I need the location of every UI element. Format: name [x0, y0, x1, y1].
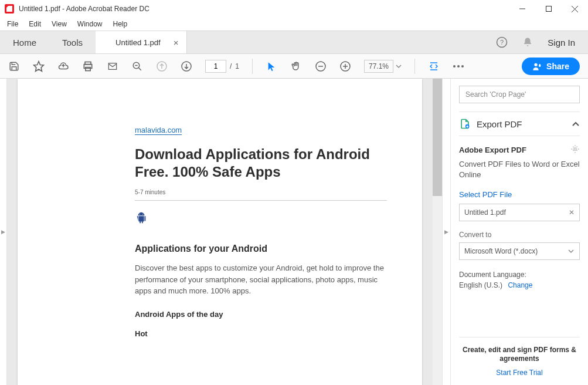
selected-file-field[interactable]: Untitled 1.pdf ✕	[459, 204, 580, 221]
scrollbar-thumb[interactable]	[433, 79, 442, 196]
hand-icon[interactable]	[290, 60, 302, 72]
doc-rule	[135, 200, 387, 201]
tab-close-button[interactable]: ×	[174, 38, 179, 48]
star-icon[interactable]	[33, 60, 45, 72]
tab-tools[interactable]: Tools	[49, 31, 96, 53]
tab-home[interactable]: Home	[0, 31, 49, 53]
zoom-out-icon[interactable]	[315, 60, 327, 72]
doc-heading-1: Download Applications for Android Free. …	[135, 146, 387, 181]
svg-point-24	[534, 63, 537, 66]
chevron-down-icon	[567, 248, 575, 255]
svg-point-29	[142, 214, 143, 214]
maximize-button[interactable]	[535, 0, 562, 18]
svg-point-22	[457, 65, 460, 67]
svg-point-28	[140, 214, 140, 214]
toolbar-separator	[414, 59, 415, 74]
svg-rect-1	[546, 6, 551, 12]
more-icon[interactable]	[453, 60, 464, 72]
tab-document[interactable]: Untitled 1.pdf ×	[96, 31, 187, 53]
toolbar-separator	[252, 59, 253, 74]
page-separator: /	[230, 62, 232, 70]
email-icon[interactable]	[107, 60, 118, 72]
export-pdf-header[interactable]: Export PDF	[459, 112, 580, 136]
search-placeholder: Search 'Crop Page'	[465, 90, 526, 99]
select-file-link[interactable]: Select PDF File	[459, 190, 580, 199]
document-viewport[interactable]: malavida.com Download Applications for A…	[7, 79, 442, 385]
window-title: Untitled 1.pdf - Adobe Acrobat Reader DC	[19, 5, 509, 13]
clear-file-icon[interactable]: ✕	[569, 208, 575, 217]
panel-subtitle: Convert PDF Files to Word or Excel Onlin…	[459, 159, 580, 180]
android-icon	[135, 211, 148, 224]
doc-heading-4: Hot	[135, 329, 387, 338]
page-current-input[interactable]	[205, 60, 226, 73]
promo-link[interactable]: Start Free Trial	[459, 369, 580, 377]
doc-source-link: malavida.com	[135, 126, 182, 135]
svg-text:?: ?	[500, 39, 504, 46]
selected-file-name: Untitled 1.pdf	[464, 208, 506, 217]
svg-line-12	[138, 67, 141, 70]
menu-window[interactable]: Window	[77, 20, 103, 28]
page-up-icon[interactable]	[156, 60, 168, 72]
doc-heading-3: Android Apps of the day	[135, 310, 387, 319]
svg-point-31	[574, 148, 576, 150]
minimize-button[interactable]	[509, 0, 535, 18]
export-pdf-icon	[459, 118, 471, 130]
svg-point-21	[453, 65, 456, 67]
scrollbar[interactable]	[433, 79, 442, 385]
page-down-icon[interactable]	[181, 60, 192, 72]
search-icon[interactable]	[131, 60, 143, 72]
change-language-link[interactable]: Change	[508, 281, 532, 289]
menu-edit[interactable]: Edit	[29, 20, 41, 28]
pdf-page: malavida.com Download Applications for A…	[18, 79, 422, 385]
fit-width-icon[interactable]	[428, 60, 440, 72]
menu-help[interactable]: Help	[113, 20, 128, 28]
sign-in-link[interactable]: Sign In	[548, 38, 575, 48]
doc-language-value: English (U.S.)	[459, 281, 502, 289]
side-panel: Search 'Crop Page' Export PDF Adobe Expo…	[450, 79, 588, 385]
zoom-in-icon[interactable]	[339, 60, 351, 72]
share-label: Share	[546, 62, 569, 71]
left-panel-handle[interactable]: ▶	[0, 79, 7, 385]
page-total: 1	[235, 62, 239, 70]
doc-language-label: Document Language:	[459, 271, 580, 279]
panel-title: Adobe Export PDF	[459, 146, 526, 154]
svg-marker-6	[34, 61, 44, 71]
menu-view[interactable]: View	[52, 20, 67, 28]
tab-label: Untitled 1.pdf	[115, 38, 161, 47]
zoom-value: 77.1%	[369, 62, 389, 70]
cloud-icon[interactable]	[57, 60, 69, 72]
app-icon	[5, 4, 14, 13]
export-pdf-label: Export PDF	[477, 119, 522, 129]
share-button[interactable]: Share	[522, 58, 580, 75]
doc-heading-2: Applications for your Android	[135, 244, 387, 254]
pointer-icon[interactable]	[266, 60, 277, 72]
side-search-input[interactable]: Search 'Crop Page'	[459, 86, 580, 103]
svg-point-23	[461, 65, 464, 67]
bell-icon[interactable]	[522, 36, 533, 48]
doc-paragraph: Discover the best apps to customize your…	[135, 262, 387, 297]
doc-read-time: 5-7 minutes	[135, 189, 387, 195]
help-icon[interactable]: ?	[496, 36, 508, 48]
close-button[interactable]	[562, 0, 588, 18]
zoom-dropdown[interactable]: 77.1%	[364, 60, 402, 73]
convert-to-label: Convert to	[459, 231, 580, 239]
chevron-up-icon	[572, 120, 580, 128]
gear-icon[interactable]	[570, 144, 580, 156]
print-icon[interactable]	[82, 60, 94, 72]
promo-heading: Create, edit and sign PDF forms & agreem…	[459, 346, 580, 364]
convert-to-select[interactable]: Microsoft Word (*.docx)	[459, 242, 580, 260]
save-icon[interactable]	[8, 60, 20, 72]
right-panel-handle[interactable]: ▶	[442, 79, 450, 385]
menu-file[interactable]: File	[7, 20, 18, 28]
convert-to-value: Microsoft Word (*.docx)	[464, 247, 538, 255]
